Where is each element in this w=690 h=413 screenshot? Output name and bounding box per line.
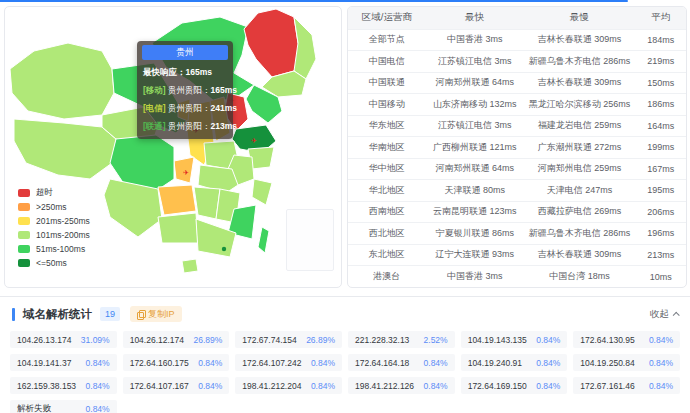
ip-cell: 172.64.107.1670.84% [123, 377, 230, 394]
ip-cell: 172.64.130.950.84% [573, 331, 680, 348]
top-row: ✈✈✈✈ 贵州 最快响应：165ms [移动] 贵州贵阳：165ms[电信] 贵… [0, 0, 690, 288]
latency-table: 区域/运营商 最快 最慢 平均 全部节点中国香港 3ms吉林长春联通 309ms… [348, 7, 686, 287]
cell-slowest: 新疆乌鲁木齐电信 286ms [524, 223, 636, 245]
cell-region: 中国联通 [348, 72, 426, 94]
legend-label: 101ms-200ms [36, 230, 90, 240]
ip-address: 172.64.107.242 [242, 358, 301, 368]
ip-cell: 198.41.212.2040.84% [235, 377, 342, 394]
ip-percentage: 0.84% [311, 358, 335, 368]
cell-region: 华北地区 [348, 180, 426, 202]
cell-slowest: 西藏拉萨电信 269ms [524, 201, 636, 223]
legend-swatch [18, 245, 30, 253]
ip-percentage: 0.84% [649, 358, 673, 368]
operator-latency-value: 241ms [211, 103, 237, 113]
operator-node-label: 贵州贵阳： [168, 103, 211, 113]
legend-item[interactable]: 51ms-100ms [18, 243, 90, 255]
legend-swatch [18, 203, 30, 211]
ip-cell: 104.19.141.370.84% [10, 354, 117, 371]
cell-average: 196ms [635, 223, 686, 245]
ip-percentage: 0.84% [424, 358, 448, 368]
province-hainan[interactable] [182, 259, 198, 273]
ip-address: 221.228.32.13 [355, 335, 409, 345]
title-accent-bar [12, 308, 15, 321]
ip-cell: 172.64.107.2420.84% [235, 354, 342, 371]
table-row: 华东地区江苏镇江电信 3ms福建龙岩电信 259ms164ms [348, 115, 686, 137]
ip-address: 104.26.13.174 [17, 335, 71, 345]
cell-average: 219ms [635, 51, 686, 73]
cell-region: 全部节点 [348, 29, 426, 51]
ip-cell: 172.64.164.180.84% [348, 354, 455, 371]
ip-address: 172.64.160.175 [130, 358, 189, 368]
dns-stats-title: 域名解析统计 [23, 307, 92, 322]
province-tibet[interactable] [14, 119, 116, 179]
cell-fastest: 河南郑州联通 64ms [426, 72, 524, 94]
cell-average: 206ms [635, 201, 686, 223]
province-taiwan[interactable] [258, 227, 269, 253]
latency-table-header-row: 区域/运营商 最快 最慢 平均 [348, 7, 686, 29]
south-china-sea-inset [286, 209, 334, 271]
ip-percentage: 0.84% [311, 381, 335, 391]
table-row: 东北地区辽宁大连联通 93ms吉林长春联通 309ms213ms [348, 244, 686, 266]
legend-item[interactable]: 超时 [18, 187, 90, 199]
legend-swatch [18, 217, 30, 225]
ip-cell: 解析失败0.84% [10, 400, 117, 413]
cell-fastest: 江苏镇江电信 3ms [426, 51, 524, 73]
dns-stats-header: 域名解析统计 19 复制IP 收起 [0, 303, 690, 325]
ip-cell: 172.64.169.1500.84% [461, 377, 568, 394]
chevron-up-icon [673, 311, 680, 318]
province-hongkong[interactable] [222, 247, 226, 251]
cell-fastest: 天津联通 80ms [426, 180, 524, 202]
ip-cell: 104.19.250.840.84% [573, 354, 680, 371]
header-fastest: 最快 [426, 7, 524, 29]
province-guizhou[interactable] [158, 185, 196, 215]
tooltip-rows: [移动] 贵州贵阳：165ms[电信] 贵州贵阳：241ms[联通] 贵州贵阳：… [142, 85, 228, 133]
legend-label: <=50ms [36, 258, 67, 268]
province-hljeast[interactable] [294, 17, 316, 79]
table-row: 华中地区河南郑州联通 64ms河南郑州电信 259ms167ms [348, 158, 686, 180]
legend-label: >250ms [36, 202, 66, 212]
legend-swatch [18, 259, 30, 267]
dns-stats-section: 域名解析统计 19 复制IP 收起 104.26.13.17431.09%104… [0, 296, 690, 413]
ip-cell: 104.19.143.1350.84% [461, 331, 568, 348]
legend-swatch [18, 231, 30, 239]
ip-grid: 104.26.13.17431.09%104.26.12.17426.89%17… [0, 325, 690, 413]
ip-percentage: 0.84% [86, 404, 110, 413]
cell-slowest: 吉林长春联通 309ms [524, 72, 636, 94]
collapse-toggle[interactable]: 收起 [650, 308, 678, 321]
cell-fastest: 中国香港 3ms [426, 29, 524, 51]
province-xinjiang[interactable] [10, 43, 114, 119]
ip-address: 172.64.107.167 [130, 381, 189, 391]
copy-icon [137, 310, 144, 318]
loading-progress-bar [0, 0, 628, 2]
legend-item[interactable]: 101ms-200ms [18, 229, 90, 241]
legend-item[interactable]: 201ms-250ms [18, 215, 90, 227]
ip-address: 162.159.38.153 [17, 381, 76, 391]
table-row: 全部节点中国香港 3ms吉林长春联通 309ms184ms [348, 29, 686, 51]
province-guangxi[interactable] [158, 213, 198, 243]
ip-percentage: 0.84% [424, 381, 448, 391]
province-yunnan[interactable] [104, 179, 162, 237]
ip-cell: 104.26.12.17426.89% [123, 331, 230, 348]
province-hunan[interactable] [194, 187, 220, 219]
cell-slowest: 新疆乌鲁木齐电信 286ms [524, 51, 636, 73]
ip-cell: 221.228.32.132.52% [348, 331, 455, 348]
legend-item[interactable]: <=50ms [18, 257, 90, 269]
cell-region: 中国电信 [348, 51, 426, 73]
ip-percentage: 26.89% [306, 335, 335, 345]
legend-label: 超时 [36, 187, 53, 199]
legend-item[interactable]: >250ms [18, 201, 90, 213]
china-latency-map-card: ✈✈✈✈ 贵州 最快响应：165ms [移动] 贵州贵阳：165ms[电信] 贵… [4, 6, 342, 288]
ip-address: 104.26.12.174 [130, 335, 184, 345]
ip-percentage: 0.84% [649, 335, 673, 345]
header-average: 平均 [635, 7, 686, 29]
copy-ip-button[interactable]: 复制IP [130, 306, 182, 322]
ip-address: 172.64.169.150 [468, 381, 527, 391]
cell-fastest: 云南昆明联通 123ms [426, 201, 524, 223]
province-zhejiang[interactable] [252, 179, 272, 205]
cell-slowest: 吉林长春联通 309ms [524, 244, 636, 266]
ip-address: 104.19.240.91 [468, 358, 522, 368]
cell-average: 199ms [635, 137, 686, 159]
operator-tag: [移动] [143, 85, 168, 95]
cell-slowest: 天津电信 247ms [524, 180, 636, 202]
header-region: 区域/运营商 [348, 7, 426, 29]
